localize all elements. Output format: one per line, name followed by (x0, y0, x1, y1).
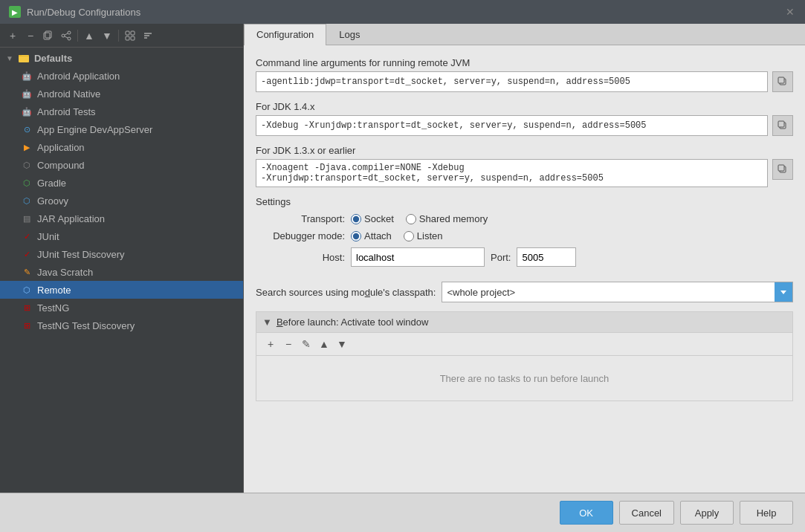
transport-shared-option[interactable]: Shared memory (406, 213, 488, 224)
java-scratch-icon: ✎ (21, 266, 33, 278)
debugger-label: Debugger mode: (256, 230, 345, 241)
launch-add-button[interactable]: + (262, 336, 279, 352)
host-input[interactable] (351, 247, 485, 267)
classpath-dropdown-button[interactable] (775, 282, 792, 302)
svg-point-4 (68, 37, 71, 40)
help-button[interactable]: Help (740, 501, 793, 525)
port-label: Port: (491, 252, 511, 263)
tree-item-compound[interactable]: ⬡ Compound (0, 156, 243, 174)
jdk14-input[interactable] (256, 115, 768, 136)
transport-shared-radio[interactable] (406, 214, 416, 224)
no-tasks-label: There are no tasks to run before launch (440, 373, 610, 384)
share-config-button[interactable] (58, 27, 74, 44)
transport-radio-group: Socket Shared memory (351, 213, 488, 224)
tab-logs[interactable]: Logs (326, 24, 372, 45)
jdk13-field-row (256, 159, 793, 187)
cmd-copy-button[interactable] (772, 71, 793, 92)
launch-up-button[interactable]: ▲ (316, 336, 332, 352)
transport-row: Transport: Socket Shared memory (256, 213, 793, 224)
tree-item-label: TestNG (37, 302, 69, 314)
launch-down-button[interactable]: ▼ (334, 336, 350, 352)
bottom-bar: OK Cancel Apply Help (0, 493, 805, 532)
host-port-row: Host: Port: (256, 247, 793, 267)
svg-point-3 (68, 31, 71, 34)
copy-config-button[interactable] (40, 27, 56, 44)
tree-item-app-engine[interactable]: ⊙ App Engine DevAppServer (0, 120, 243, 138)
cancel-button[interactable]: Cancel (619, 501, 674, 525)
tab-configuration[interactable]: Configuration (244, 24, 326, 45)
sort-button[interactable] (140, 27, 156, 44)
jdk14-copy-button[interactable] (772, 115, 793, 136)
tree-root-label: Defaults (34, 53, 72, 64)
tree-root-defaults[interactable]: ▼ Defaults (0, 49, 243, 67)
jdk13-copy-button[interactable] (772, 159, 793, 180)
cmd-field-row (256, 71, 793, 92)
cmd-label: Command line arguments for running remot… (256, 57, 793, 68)
tree-item-label: Groovy (37, 195, 68, 207)
jdk13-section: For JDK 1.3.x or earlier (256, 145, 793, 187)
tree-item-testng[interactable]: ⊞ TestNG (0, 299, 243, 317)
jdk13-label: For JDK 1.3.x or earlier (256, 145, 793, 156)
classpath-select[interactable]: <whole project> (442, 282, 775, 302)
run-debug-dialog: ▶ Run/Debug Configurations ✕ + − ▲ ▼ (0, 0, 805, 532)
cmd-input[interactable] (256, 71, 768, 92)
application-icon: ▶ (21, 141, 33, 153)
ok-button[interactable]: OK (560, 501, 613, 525)
testng-discovery-icon: ⊞ (21, 319, 33, 331)
tree-item-label: App Engine DevAppServer (37, 124, 152, 135)
port-input[interactable] (517, 247, 576, 267)
svg-rect-10 (131, 36, 135, 40)
tree-item-jar-application[interactable]: ▤ JAR Application (0, 210, 243, 227)
tree-item-testng-discovery[interactable]: ⊞ TestNG Test Discovery (0, 317, 243, 334)
classpath-label: Search sources using module's classpath: (256, 287, 436, 298)
transport-shared-label: Shared memory (419, 213, 488, 224)
tree-item-junit-discovery[interactable]: ✓ JUnit Test Discovery (0, 245, 243, 263)
add-config-button[interactable]: + (4, 27, 21, 44)
launch-remove-button[interactable]: − (280, 336, 297, 352)
tree-item-remote[interactable]: ⬡ Remote (0, 281, 243, 299)
debugger-attach-radio[interactable] (351, 231, 361, 241)
launch-edit-button[interactable]: ✎ (298, 336, 314, 352)
close-button[interactable]: ✕ (784, 6, 796, 18)
toolbar-separator-2 (118, 30, 119, 42)
tree-item-junit[interactable]: ✓ JUnit (0, 227, 243, 245)
svg-rect-8 (131, 31, 135, 35)
app-engine-icon: ⊙ (21, 123, 33, 135)
tree-item-application[interactable]: ▶ Application (0, 138, 243, 156)
move-down-button[interactable]: ▼ (99, 27, 115, 44)
debugger-attach-label: Attach (364, 230, 392, 241)
transport-socket-radio[interactable] (351, 214, 361, 224)
tree-item-java-scratch[interactable]: ✎ Java Scratch (0, 263, 243, 281)
svg-point-2 (62, 34, 65, 37)
svg-rect-1 (44, 33, 50, 39)
before-launch-header: ▼ Before launch: Activate tool window (256, 312, 792, 333)
apply-button[interactable]: Apply (680, 501, 734, 525)
debugger-attach-option[interactable]: Attach (351, 230, 392, 241)
svg-rect-20 (778, 165, 784, 171)
tree-item-android-native[interactable]: 🤖 Android Native (0, 85, 243, 103)
settings-section: Settings Transport: Socket Shared memory (256, 196, 793, 273)
classpath-select-wrapper: <whole project> (442, 282, 793, 302)
toolbar-separator (77, 30, 78, 42)
before-launch-toolbar: + − ✎ ▲ ▼ (256, 333, 792, 356)
transport-socket-option[interactable]: Socket (351, 213, 394, 224)
jdk13-textarea[interactable] (256, 159, 768, 187)
move-up-button[interactable]: ▲ (81, 27, 97, 44)
debugger-listen-label: Listen (417, 230, 443, 241)
tree-item-android-tests[interactable]: 🤖 Android Tests (0, 103, 243, 120)
debugger-listen-radio[interactable] (404, 231, 414, 241)
svg-rect-7 (126, 31, 129, 35)
configuration-panel: Command line arguments for running remot… (244, 45, 805, 493)
remove-config-button[interactable]: − (22, 27, 39, 44)
before-launch-title: Before launch: Activate tool window (277, 317, 429, 328)
debugger-listen-option[interactable]: Listen (404, 230, 443, 241)
expand-icon: ▼ (6, 54, 13, 62)
collapse-icon[interactable]: ▼ (262, 317, 272, 328)
tree-item-groovy[interactable]: ⬡ Groovy (0, 192, 243, 210)
tree-item-gradle[interactable]: ⬡ Gradle (0, 174, 243, 192)
right-panel: Configuration Logs Command line argument… (244, 24, 805, 493)
tree-toolbar: + − ▲ ▼ (0, 24, 243, 48)
tree-item-android-application[interactable]: 🤖 Android Application (0, 67, 243, 85)
group-button[interactable] (122, 27, 138, 44)
groovy-icon: ⬡ (21, 195, 33, 207)
